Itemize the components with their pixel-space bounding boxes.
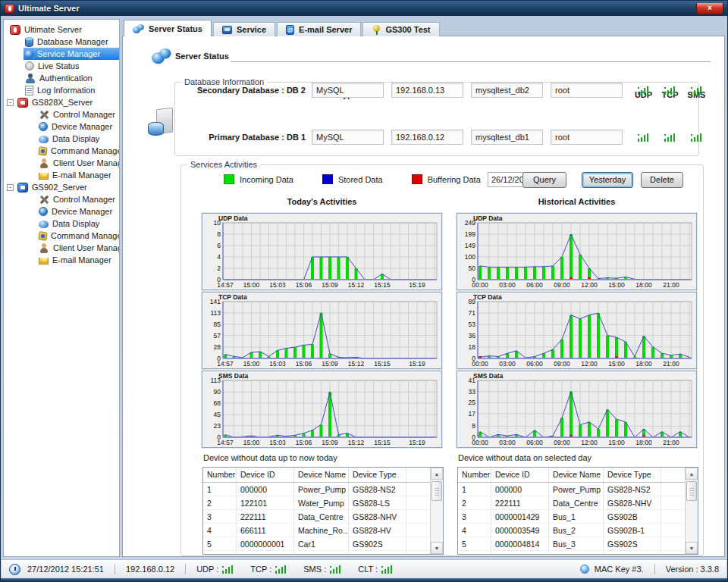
tab-e-mail-server[interactable]: E-mail Server [277,22,361,36]
column-header[interactable]: Device Type [349,468,406,482]
db-field-user[interactable]: root [551,83,623,98]
svg-text:15:00: 15:00 [608,281,625,289]
db-field-type[interactable]: MySQL [312,83,384,98]
table-cell: 2 [203,496,237,509]
table-scrollbar[interactable]: ▲▼ [685,468,698,554]
table-cell: Data_Centre [294,510,349,523]
sidebar-item-authentication[interactable]: Authentication [24,72,119,84]
db-field-user[interactable]: root [551,130,623,145]
table-row[interactable]: 60100000000Fire_truck1GS902S [458,551,685,554]
table-row[interactable]: 2222111Data_CentreGS828-NHV [458,496,685,510]
header-divider [231,61,711,62]
db-field-location[interactable]: 192.168.0.12 [391,130,463,145]
scroll-thumb[interactable] [431,481,442,501]
scroll-down-arrow-icon[interactable]: ▼ [431,542,443,554]
table-row[interactable]: 3222111Data_CentreGS828-NHV [203,510,430,524]
sidebar-item-data-display[interactable]: Data Display [37,133,119,145]
device-icon [39,122,48,131]
tab-server-status[interactable]: Server Status [124,20,212,36]
sidebar-item-device-manager[interactable]: Device Manager [37,120,119,133]
tab-gs300-test[interactable]: GS300 Test [362,22,439,36]
query-button[interactable]: Query [522,172,566,188]
scroll-up-arrow-icon[interactable]: ▲ [686,468,698,480]
table-scrollbar[interactable]: ▲▼ [430,468,443,554]
sidebar-item-data-display[interactable]: Data Display [37,217,119,230]
sidebar-item-log-information[interactable]: Log Information [24,84,119,96]
db-field-location[interactable]: 192.168.0.13 [391,83,463,98]
expand-toggle[interactable]: - [7,99,14,106]
sidebar-item-label: Data Display [52,219,99,228]
table-cell: 0100000000 [491,551,549,554]
expand-toggle[interactable]: - [7,184,14,191]
svg-text:03:00: 03:00 [499,439,516,446]
tab-label: Server Status [149,24,202,33]
sidebar-item-label: Ultimate Server [24,25,82,34]
sidebar-item-e-mail-manager[interactable]: E-mail Manager [37,254,119,266]
chart-canvas: 02345689011314:5715:0015:0315:0615:0915:… [202,371,441,447]
table-row[interactable]: 4666111Machine_Ro...GS828-HV [203,524,430,537]
svg-text:15:09: 15:09 [322,360,338,368]
sidebar-item-client-user-manager[interactable]: Client User Manager [37,157,119,169]
table-row[interactable]: 50000004814Bus_3GS902S [458,537,685,551]
app-window: Ultimate Server × Ultimate ServerDatabas… [0,0,728,582]
sidebar-item-control-manager[interactable]: Control Manager [37,108,119,120]
column-header[interactable]: Device Name [294,468,349,482]
column-header[interactable]: Number [203,468,237,482]
table-cell: 0000001429 [491,510,549,523]
delete-button[interactable]: Delete [641,172,683,188]
svg-text:71: 71 [469,309,476,317]
sidebar-item-command-manager[interactable]: Command Manager [37,230,119,242]
table-row[interactable]: 40000003549Bus_2GS902B-1 [458,524,685,537]
signal-cell [657,133,683,142]
db-field-db_name[interactable]: mysqltest_db2 [471,83,543,98]
table-cell: GS828-LS [349,496,406,509]
table-row[interactable]: 1000000Power_PumpGS828-NS2 [458,483,685,496]
svg-text:199: 199 [465,230,475,238]
sidebar-item-ultimate-server[interactable]: Ultimate Server [4,23,119,36]
status-ip: 192.168.0.12 [126,565,174,574]
column-header[interactable]: Device ID [491,468,549,482]
sidebar-item-control-manager[interactable]: Control Manager [37,193,119,205]
db-field-type[interactable]: MySQL [312,130,384,145]
sidebar-item-label: Command Manager [51,146,120,155]
sidebar-item-service-manager[interactable]: Service Manager [24,48,119,60]
sidebar-item-live-status[interactable]: Live Status [24,60,119,72]
column-header[interactable]: Number [458,468,491,482]
sidebar-item-database-manager[interactable]: Database Manager [24,36,119,48]
table-cell: Bus_1 [549,510,604,523]
column-header[interactable]: Device Name [549,468,604,482]
table-row[interactable]: 30000001429Bus_1GS902B [458,510,685,524]
column-header[interactable]: Device Type [604,468,661,482]
scroll-down-arrow-icon[interactable]: ▼ [686,542,698,554]
device-icon [39,207,48,216]
svg-text:00:00: 00:00 [472,439,488,446]
table-row[interactable]: 1000000Power_PumpGS828-NS2 [203,483,430,496]
sidebar-item-command-manager[interactable]: Command Manager [37,145,119,157]
sidebar-item-client-user-manager[interactable]: Client User Manager [37,242,119,254]
column-header[interactable]: Device ID [237,468,294,482]
historical-activities-title: Historical Activities [457,197,697,206]
chart-canvas: 028578511314114:5715:0015:0315:0615:0915… [202,293,441,368]
yesterday-button[interactable]: Yesterday [582,172,633,188]
db-field-db_name[interactable]: mysqltest_db1 [471,130,543,145]
legend-item-stored-data: Stored Data [322,174,383,184]
sidebar-item-e-mail-manager[interactable]: E-mail Manager [37,169,119,181]
close-button[interactable]: × [696,3,723,14]
tab-service[interactable]: Service [213,22,275,36]
sidebar-item-gs828x-server[interactable]: -GS828X_Server [4,96,119,108]
scroll-thumb[interactable] [686,481,697,501]
table-row[interactable]: 2122101Water_PumpGS828-LS [203,496,430,510]
table-row[interactable]: 50000000001Car1GS902S [203,537,430,551]
table-row[interactable]: 60000000002Car2GS902B [203,551,430,554]
sidebar-item-device-manager[interactable]: Device Manager [37,205,119,217]
separator [654,564,655,574]
sidebar-item-gs902-server[interactable]: -GS902_Server [4,181,119,193]
scroll-up-arrow-icon[interactable]: ▲ [431,468,443,480]
sidebar-item-label: Command Manager [51,231,120,240]
service-icon [25,50,33,58]
svg-text:68: 68 [214,399,221,407]
sidebar-item-label: Control Manager [53,195,115,204]
svg-text:15:00: 15:00 [243,439,260,446]
table-cell: 0000000002 [237,551,294,554]
column-header-filler [406,468,430,482]
